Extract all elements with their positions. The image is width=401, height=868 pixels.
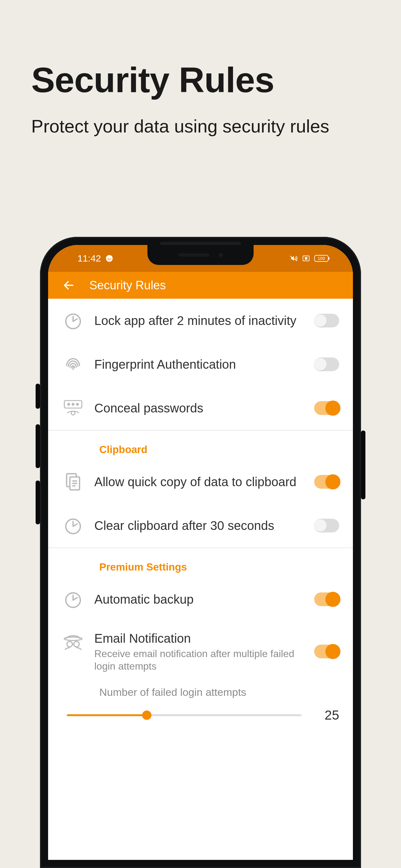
svg-point-1	[108, 258, 109, 259]
setting-label: Conceal passwords	[94, 400, 298, 416]
svg-point-12	[72, 403, 74, 405]
toggle-clear-clipboard[interactable]	[314, 519, 339, 532]
fingerprint-icon	[62, 354, 84, 374]
svg-point-2	[110, 258, 111, 259]
timer-icon	[62, 516, 84, 535]
setting-label: Fingerprint Authentication	[94, 356, 298, 372]
svg-rect-5	[305, 257, 307, 259]
reddit-icon	[105, 254, 113, 262]
back-button[interactable]	[62, 278, 75, 292]
setting-label: Clear clipboard after 30 seconds	[94, 518, 298, 533]
toggle-backup[interactable]	[314, 592, 339, 606]
mute-icon	[289, 255, 298, 262]
setting-label: Lock app after 2 minutes of inactivity	[94, 313, 298, 329]
battery-level: 100	[314, 255, 329, 262]
setting-label: Allow quick copy of data to clipboard	[94, 474, 298, 490]
phone-frame: 11:42 100 Sec	[40, 237, 361, 868]
setting-sublabel: Receive email notification after multipl…	[94, 647, 298, 673]
section-premium: Premium Settings	[48, 548, 353, 578]
failed-attempts-slider[interactable]	[67, 709, 302, 721]
toggle-conceal[interactable]	[314, 401, 339, 415]
svg-point-0	[106, 255, 113, 262]
battery-icon: 100	[314, 255, 330, 262]
setting-quick-copy[interactable]: Allow quick copy of data to clipboard	[48, 460, 353, 504]
setting-label: Email Notification	[94, 630, 298, 646]
toggle-lock-app[interactable]	[314, 314, 339, 328]
toggle-quick-copy[interactable]	[314, 475, 339, 489]
setting-clear-clipboard[interactable]: Clear clipboard after 30 seconds	[48, 504, 353, 548]
setting-failed-attempts: Number of failed login attempts 25	[48, 683, 353, 735]
appbar-title: Security Rules	[89, 279, 166, 292]
svg-point-23	[67, 642, 72, 647]
app-bar: Security Rules	[48, 272, 353, 299]
setting-email-notification[interactable]: Email Notification Receive email notific…	[48, 621, 353, 683]
timer-icon	[62, 590, 84, 609]
stop-icon	[302, 255, 310, 261]
svg-point-11	[68, 403, 70, 405]
status-time: 11:42	[77, 253, 101, 264]
setting-label: Automatic backup	[94, 591, 298, 607]
toggle-email-notification[interactable]	[314, 645, 339, 658]
spy-icon	[62, 630, 84, 652]
slider-value: 25	[314, 708, 339, 723]
page-subtitle: Protect your data using security rules	[31, 116, 343, 137]
setting-lock-app[interactable]: Lock app after 2 minutes of inactivity	[48, 299, 353, 342]
svg-point-24	[74, 642, 79, 647]
svg-point-14	[71, 411, 75, 415]
clipboard-icon	[62, 472, 84, 492]
slider-label: Number of failed login attempts	[62, 686, 339, 698]
conceal-icon	[62, 399, 84, 417]
phone-notch	[147, 245, 254, 265]
settings-list: Lock app after 2 minutes of inactivity F…	[48, 299, 353, 735]
svg-point-13	[76, 403, 78, 405]
page-title: Security Rules	[31, 59, 274, 100]
setting-fingerprint[interactable]: Fingerprint Authentication	[48, 342, 353, 386]
phone-screen: 11:42 100 Sec	[48, 245, 353, 860]
svg-rect-7	[329, 257, 330, 260]
toggle-fingerprint[interactable]	[314, 358, 339, 371]
svg-point-22	[64, 637, 82, 641]
setting-conceal-passwords[interactable]: Conceal passwords	[48, 386, 353, 430]
section-clipboard: Clipboard	[48, 431, 353, 460]
timer-icon	[62, 311, 84, 330]
setting-automatic-backup[interactable]: Automatic backup	[48, 578, 353, 621]
